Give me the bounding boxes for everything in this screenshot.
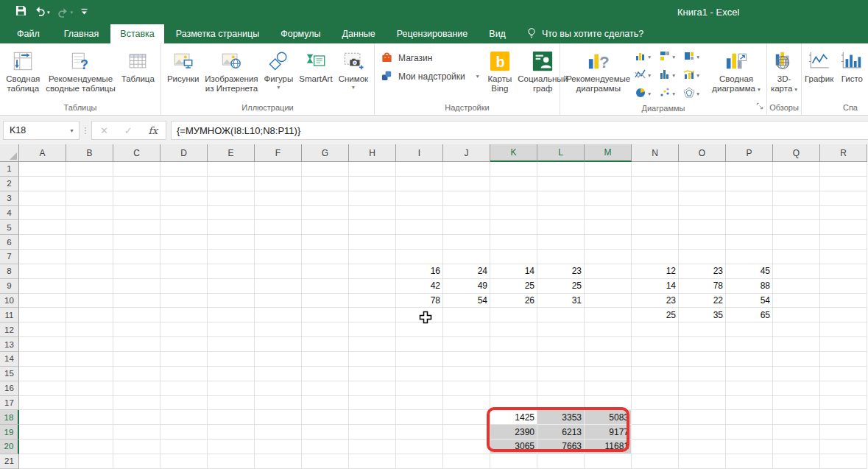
cell-B21[interactable] xyxy=(66,454,113,469)
cell-F5[interactable] xyxy=(255,220,302,235)
name-box[interactable]: K18 ▾ xyxy=(3,121,80,140)
cell-G13[interactable] xyxy=(302,337,349,352)
cell-E18[interactable] xyxy=(208,410,255,425)
cell-I10[interactable]: 78 xyxy=(396,294,443,308)
cell-Q12[interactable] xyxy=(773,322,820,337)
cell-H9[interactable] xyxy=(349,279,396,294)
cell-E14[interactable] xyxy=(208,352,255,367)
cell-F7[interactable] xyxy=(255,250,302,264)
cell-J19[interactable] xyxy=(443,425,490,440)
cell-H16[interactable] xyxy=(349,381,396,396)
cell-K2[interactable] xyxy=(490,177,537,191)
cell-P5[interactable] xyxy=(726,220,773,235)
cell-L5[interactable] xyxy=(537,220,585,235)
cell-N3[interactable] xyxy=(632,191,679,206)
cell-H8[interactable] xyxy=(349,264,396,279)
cell-G8[interactable] xyxy=(302,264,349,279)
cell-M18[interactable]: 5083 xyxy=(585,410,632,425)
cell-A21[interactable] xyxy=(19,454,66,469)
column-chart-button[interactable]: ▾ xyxy=(635,48,659,66)
cell-E21[interactable] xyxy=(208,454,255,469)
row-header-7[interactable]: 7 xyxy=(0,250,19,264)
cell-P14[interactable] xyxy=(726,352,773,367)
tab-data[interactable]: Данные xyxy=(333,24,385,43)
cell-E9[interactable] xyxy=(208,279,255,294)
cell-Q5[interactable] xyxy=(773,220,820,235)
cell-Q18[interactable] xyxy=(773,410,820,425)
cell-Q3[interactable] xyxy=(773,191,820,206)
cell-R2[interactable] xyxy=(820,177,867,191)
row-header-19[interactable]: 19 xyxy=(0,425,19,440)
cell-K4[interactable] xyxy=(490,206,537,221)
cell-L7[interactable] xyxy=(537,250,585,264)
cell-L13[interactable] xyxy=(537,337,585,352)
row-header-12[interactable]: 12 xyxy=(0,322,19,337)
cell-B12[interactable] xyxy=(66,322,113,337)
column-header-J[interactable]: J xyxy=(443,144,490,162)
tab-file[interactable]: Файл xyxy=(4,24,52,43)
cell-O11[interactable]: 35 xyxy=(679,308,726,322)
cell-P8[interactable]: 45 xyxy=(726,264,773,279)
column-header-B[interactable]: B xyxy=(66,144,113,162)
cell-O15[interactable] xyxy=(679,367,726,381)
cell-C8[interactable] xyxy=(113,264,160,279)
map-3d-dropdown-icon[interactable]: ▾ xyxy=(794,86,797,93)
insert-function-icon[interactable]: fx xyxy=(148,124,158,136)
cell-C11[interactable] xyxy=(113,308,160,322)
cell-G9[interactable] xyxy=(302,279,349,294)
cell-C9[interactable] xyxy=(113,279,160,294)
cell-A4[interactable] xyxy=(19,206,66,221)
cell-F12[interactable] xyxy=(255,322,302,337)
cell-O2[interactable] xyxy=(679,177,726,191)
customize-qat-button[interactable] xyxy=(78,4,91,21)
tell-me-box[interactable]: Что вы хотите сделать? xyxy=(526,24,643,43)
cell-Q4[interactable] xyxy=(773,206,820,221)
row-header-10[interactable]: 10 xyxy=(0,294,19,308)
cell-N1[interactable] xyxy=(632,162,679,177)
cell-L10[interactable]: 31 xyxy=(537,294,585,308)
cell-K3[interactable] xyxy=(490,191,537,206)
row-header-9[interactable]: 9 xyxy=(0,279,19,294)
cell-R17[interactable] xyxy=(820,396,867,411)
row-header-20[interactable]: 20 xyxy=(0,440,19,454)
cell-P15[interactable] xyxy=(726,367,773,381)
cell-N20[interactable] xyxy=(632,440,679,454)
map-3d-button[interactable]: 3D- карта▾ xyxy=(771,46,797,94)
cell-H12[interactable] xyxy=(349,322,396,337)
cell-K11[interactable] xyxy=(490,308,537,322)
cell-Q6[interactable] xyxy=(773,235,820,250)
store-button[interactable]: Магазин xyxy=(381,49,479,67)
column-header-O[interactable]: O xyxy=(679,144,726,162)
cell-J11[interactable] xyxy=(443,308,490,322)
cell-C18[interactable] xyxy=(113,410,160,425)
cell-F3[interactable] xyxy=(255,191,302,206)
cell-A2[interactable] xyxy=(19,177,66,191)
cell-H1[interactable] xyxy=(349,162,396,177)
cell-I5[interactable] xyxy=(396,220,443,235)
cell-K1[interactable] xyxy=(490,162,537,177)
tab-home[interactable]: Главная xyxy=(54,24,109,43)
cell-F10[interactable] xyxy=(255,294,302,308)
cell-O10[interactable]: 22 xyxy=(679,294,726,308)
select-all-corner[interactable] xyxy=(0,144,19,162)
cell-H21[interactable] xyxy=(349,454,396,469)
cell-M20[interactable]: 11681 xyxy=(585,440,632,454)
cell-D11[interactable] xyxy=(160,308,208,322)
cell-D20[interactable] xyxy=(160,440,208,454)
cell-Q13[interactable] xyxy=(773,337,820,352)
cell-J16[interactable] xyxy=(443,381,490,396)
cell-D4[interactable] xyxy=(160,206,208,221)
screenshot-dropdown-icon[interactable]: ▾ xyxy=(352,84,355,91)
undo-dropdown-icon[interactable]: ▾ xyxy=(47,10,50,15)
cell-M19[interactable]: 9177 xyxy=(585,425,632,440)
cell-Q7[interactable] xyxy=(773,250,820,264)
column-header-M[interactable]: M xyxy=(585,144,632,162)
online-pictures-button[interactable]: Изображения из Интернета xyxy=(202,46,261,94)
cell-C14[interactable] xyxy=(113,352,160,367)
formula-input[interactable]: {=МУМНОЖ(I8:L10;N8:P11)} xyxy=(171,121,868,140)
cell-C13[interactable] xyxy=(113,337,160,352)
cell-A13[interactable] xyxy=(19,337,66,352)
cell-P11[interactable]: 65 xyxy=(726,308,773,322)
cell-L14[interactable] xyxy=(537,352,585,367)
cell-H15[interactable] xyxy=(349,367,396,381)
